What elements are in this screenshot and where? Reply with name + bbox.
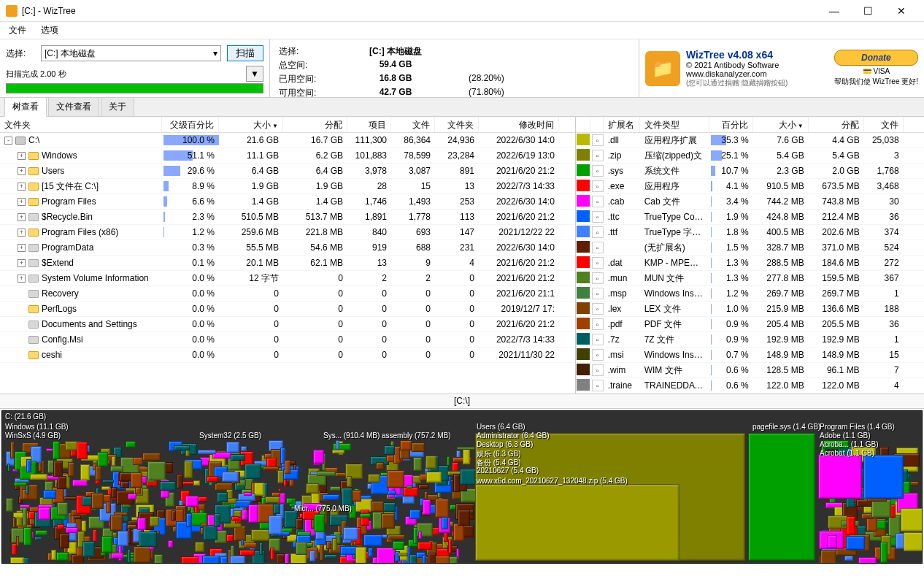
th-ext-pct[interactable]: 百分比 — [709, 117, 753, 132]
treemap-block[interactable] — [7, 464, 11, 472]
treemap-block[interactable] — [231, 516, 239, 521]
treemap-block[interactable] — [463, 448, 470, 464]
treemap-block[interactable] — [51, 550, 57, 560]
treemap-block[interactable] — [222, 472, 239, 481]
treemap-block[interactable] — [290, 553, 306, 564]
treemap-block[interactable] — [858, 557, 877, 564]
treemap-block[interactable] — [413, 457, 422, 471]
treemap-block[interactable] — [248, 505, 258, 523]
treemap-block[interactable] — [269, 515, 282, 534]
treemap-block[interactable] — [273, 504, 280, 514]
treemap-block[interactable] — [230, 556, 245, 564]
th-ext-size[interactable]: 大小▼ — [753, 117, 809, 132]
treemap-block[interactable] — [66, 527, 78, 533]
treemap-block[interactable] — [320, 544, 324, 561]
treemap-block[interactable] — [272, 492, 280, 496]
treemap-block[interactable] — [820, 550, 836, 564]
table-row[interactable]: +Windows 51.1 % 11.1 GB 6.2 GB 101,883 7… — [0, 148, 575, 164]
treemap-block[interactable] — [53, 441, 60, 460]
treemap-block[interactable] — [398, 553, 409, 556]
treemap-block[interactable] — [818, 455, 862, 499]
treemap-block[interactable] — [174, 445, 190, 450]
table-row[interactable]: ▫ .dat KMP - MPEG Mc 1.3 % 288.5 MB 184.… — [576, 256, 924, 271]
treemap-block[interactable] — [442, 517, 447, 529]
treemap-block[interactable] — [388, 534, 405, 540]
treemap-block[interactable] — [177, 474, 184, 488]
table-row[interactable]: ceshi 0.0 % 0 0 0 0 0 2021/11/30 22 — [0, 348, 575, 363]
treemap-block[interactable] — [80, 464, 90, 480]
treemap-block[interactable] — [10, 557, 24, 564]
treemap-block[interactable] — [823, 440, 849, 449]
treemap-block[interactable] — [453, 474, 460, 492]
table-row[interactable]: ▫ .7z 7Z 文件 0.9 % 192.9 MB 192.9 MB 1 — [576, 332, 924, 348]
th-folders[interactable]: 文件夹 — [435, 117, 479, 132]
th-parent-pct[interactable]: 父级百分比 — [162, 117, 219, 132]
treemap-block[interactable] — [10, 442, 15, 459]
treemap-block[interactable] — [336, 440, 339, 450]
treemap-block[interactable] — [254, 483, 264, 496]
tree-expander[interactable]: - — [4, 137, 12, 145]
table-row[interactable]: Documents and Settings 0.0 % 0 0 0 0 0 2… — [0, 317, 575, 332]
ext-body[interactable]: ▫ .dll 应用程序扩展 35.3 % 7.6 GB 4.4 GB 25,03… — [576, 133, 924, 394]
treemap-block[interactable] — [313, 450, 324, 464]
treemap-block[interactable] — [332, 450, 345, 453]
table-row[interactable]: ▫ .msp Windows Installe 1.2 % 269.7 MB 2… — [576, 286, 924, 302]
tree-body[interactable]: -C:\ 100.0 % 21.6 GB 16.7 GB 111,300 86,… — [0, 133, 575, 382]
treemap-block[interactable] — [34, 537, 43, 540]
th-color[interactable] — [576, 117, 590, 132]
th-eicon[interactable] — [590, 117, 604, 132]
treemap-block[interactable] — [382, 502, 395, 512]
treemap-block[interactable] — [53, 461, 63, 477]
treemap-block[interactable] — [413, 527, 417, 544]
tab-file[interactable]: 文件查看 — [48, 97, 99, 116]
treemap-block[interactable] — [286, 498, 293, 504]
treemap-block[interactable] — [16, 536, 19, 546]
table-row[interactable]: Config.Msi 0.0 % 0 0 0 0 0 2022/7/3 14:3… — [0, 332, 575, 348]
table-row[interactable]: -C:\ 100.0 % 21.6 GB 16.7 GB 111,300 86,… — [0, 133, 575, 148]
table-row[interactable]: +Users 29.6 % 6.4 GB 6.4 GB 3,978 3,087 … — [0, 164, 575, 179]
treemap-block[interactable] — [111, 487, 117, 498]
th-files[interactable]: 文件 — [391, 117, 435, 132]
tab-about[interactable]: 关于 — [101, 97, 134, 116]
treemap-block[interactable] — [6, 498, 13, 512]
treemap-block[interactable] — [460, 469, 475, 485]
treemap-block[interactable] — [112, 456, 115, 466]
table-row[interactable]: ▫ .traine TRAINEDDATA 文 0.6 % 122.0 MB 1… — [576, 378, 924, 394]
treemap-block[interactable] — [326, 541, 331, 549]
treemap-block[interactable] — [428, 553, 436, 564]
treemap-block[interactable] — [457, 447, 475, 450]
treemap-block[interactable] — [278, 488, 281, 492]
scan-button[interactable]: 扫描 — [227, 45, 263, 61]
treemap[interactable]: C: (21.6 GB) Windows (11.1 GB)WinSxS (4.… — [1, 410, 923, 564]
treemap-block[interactable] — [844, 556, 853, 561]
treemap-block[interactable] — [202, 556, 220, 564]
treemap-block[interactable] — [184, 461, 193, 478]
treemap-block[interactable] — [23, 507, 27, 526]
tree-expander[interactable]: + — [18, 259, 26, 267]
table-row[interactable]: +Program Files 6.6 % 1.4 GB 1.4 GB 1,746… — [0, 194, 575, 210]
treemap-block[interactable] — [388, 491, 396, 495]
treemap-block[interactable] — [102, 480, 113, 483]
treemap-block[interactable] — [367, 483, 372, 489]
treemap-block[interactable] — [347, 476, 352, 487]
table-row[interactable]: ▫ .cab Cab 文件 3.4 % 744.2 MB 743.8 MB 30 — [576, 194, 924, 210]
treemap-block[interactable] — [343, 527, 358, 540]
treemap-block[interactable] — [324, 554, 337, 559]
treemap-block[interactable] — [142, 453, 161, 461]
treemap-block[interactable] — [198, 450, 216, 454]
treemap-block[interactable] — [127, 524, 136, 529]
table-row[interactable]: +[15 文件在 C:\] 8.9 % 1.9 GB 1.9 GB 28 15 … — [0, 179, 575, 194]
th-folder[interactable]: 文件夹 — [0, 117, 162, 132]
treemap-block[interactable] — [214, 513, 221, 527]
donate-button[interactable]: Donate — [834, 50, 918, 66]
treemap-block[interactable] — [93, 529, 97, 542]
table-row[interactable]: ▫ .wim WIM 文件 0.6 % 128.5 MB 96.1 MB 7 — [576, 363, 924, 378]
filter-button[interactable]: ▼ — [246, 66, 263, 82]
tree-expander[interactable]: + — [18, 229, 26, 237]
treemap-block[interactable] — [38, 507, 50, 519]
table-row[interactable]: ▫ .pdf PDF 文件 0.9 % 205.4 MB 205.5 MB 36 — [576, 317, 924, 332]
treemap-block[interactable] — [168, 540, 173, 548]
treemap-block[interactable] — [435, 499, 449, 518]
treemap-block[interactable] — [265, 496, 281, 502]
maximize-button[interactable]: ☐ — [851, 0, 885, 22]
